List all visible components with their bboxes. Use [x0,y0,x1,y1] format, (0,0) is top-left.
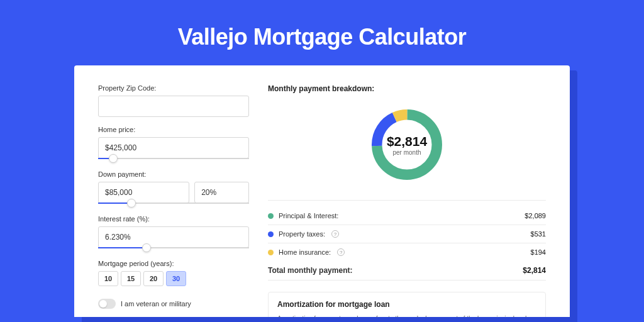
form-column: Property Zip Code: Home price: Down paym… [98,84,249,317]
total-label: Total monthly payment: [268,266,352,275]
down-amount-input[interactable] [98,182,189,203]
price-label: Home price: [98,126,249,133]
period-tab-30[interactable]: 30 [166,271,186,286]
rate-field: Interest rate (%): [98,215,249,251]
period-tab-10[interactable]: 10 [98,271,118,286]
period-tab-20[interactable]: 20 [143,271,164,286]
price-slider[interactable] [98,158,249,162]
breakdown-value: $194 [531,248,546,256]
price-field: Home price: [98,126,249,162]
total-value: $2,814 [523,266,546,275]
legend-dot-icon [268,231,274,237]
rate-slider[interactable] [98,247,249,251]
amortization-body: Amortization for a mortgage loan refers … [277,314,536,317]
breakdown-label: Home insurance: [279,248,331,256]
zip-label: Property Zip Code: [98,84,249,92]
legend-dot-icon [268,213,274,219]
zip-input[interactable] [98,96,249,117]
period-label: Mortgage period (years): [98,260,249,267]
down-field: Down payment: [98,170,249,206]
legend-dot-icon [268,250,274,255]
down-slider[interactable] [98,203,249,206]
zip-field: Property Zip Code: [98,84,249,117]
total-row: Total monthly payment: $2,814 [268,261,546,280]
down-label: Down payment: [98,170,249,178]
payment-donut: $2,814 per month [268,101,546,189]
period-tab-15[interactable]: 15 [121,271,141,286]
breakdown-label: Principal & Interest: [279,212,338,219]
rate-label: Interest rate (%): [98,215,249,223]
amortization-title: Amortization for mortgage loan [277,300,536,309]
calculator-panel: Property Zip Code: Home price: Down paym… [74,65,570,317]
info-icon[interactable]: ? [331,230,339,238]
breakdown-label: Property taxes: [279,230,325,238]
veteran-row: I am veteran or military [98,299,249,309]
results-column: Monthly payment breakdown: $2,814 per mo… [268,84,546,317]
donut-sub: per month [387,149,427,156]
rate-input[interactable] [98,226,249,248]
breakdown-row: Principal & Interest:$2,089 [268,207,546,225]
down-pct-input[interactable] [194,182,249,203]
info-icon[interactable]: ? [337,248,345,256]
veteran-label: I am veteran or military [121,300,191,308]
amortization-card: Amortization for mortgage loan Amortizat… [268,292,546,317]
page-title: Vallejo Mortgage Calculator [0,0,644,65]
breakdown-value: $2,089 [525,212,546,219]
breakdown-row: Property taxes:?$531 [268,225,546,243]
breakdown-row: Home insurance:?$194 [268,243,546,261]
donut-value: $2,814 [387,134,427,149]
breakdown-title: Monthly payment breakdown: [268,84,546,93]
period-field: Mortgage period (years): 10152030 [98,260,249,286]
price-input[interactable] [98,137,249,158]
veteran-toggle[interactable] [98,299,116,309]
breakdown-value: $531 [531,230,546,238]
period-tabs: 10152030 [98,271,249,286]
